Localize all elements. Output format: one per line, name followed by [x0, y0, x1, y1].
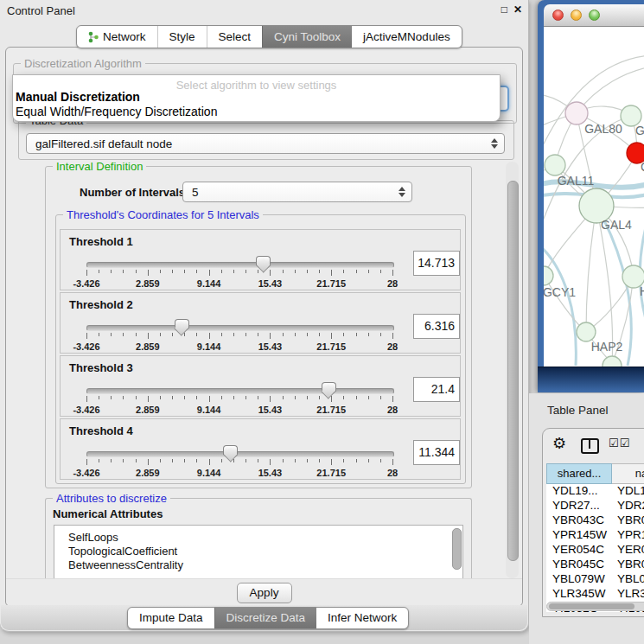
- attributes-list: SelfLoopsTopologicalCoefficientBetweenne…: [54, 525, 463, 578]
- threshold-value-field[interactable]: 21.4: [413, 377, 460, 402]
- threshold-slider[interactable]: -3.4262.8599.14415.4321.71528: [86, 317, 392, 354]
- network-node[interactable]: [544, 266, 553, 285]
- slider-tick: [307, 459, 308, 462]
- cell-shared-name[interactable]: YPR145W: [546, 528, 612, 543]
- split-columns-icon[interactable]: [581, 438, 599, 454]
- tab-select[interactable]: Select: [207, 26, 263, 48]
- scrollbar-thumb[interactable]: [549, 603, 634, 609]
- zoom-traffic-light-icon[interactable]: [589, 10, 600, 21]
- bottom-tab-impute-data[interactable]: Impute Data: [128, 608, 214, 628]
- apply-button[interactable]: Apply: [237, 583, 292, 603]
- cell-name[interactable]: YDR27...: [612, 499, 644, 513]
- cell-name[interactable]: YBR043...: [612, 513, 644, 528]
- slider-tick-label: 28: [387, 278, 398, 289]
- attributes-group: Attributes to discretize Numerical Attri…: [45, 498, 472, 578]
- table-row[interactable]: YER054CYER054...: [546, 543, 644, 558]
- column-header-shared-name[interactable]: shared...: [546, 463, 612, 484]
- tab-jactivemnodules[interactable]: jActiveMNodules: [352, 26, 462, 48]
- threshold-slider[interactable]: -3.4262.8599.14415.4321.71528: [86, 254, 392, 290]
- table-row[interactable]: YDL19...YDL19...: [546, 484, 644, 499]
- slider-tick: [245, 333, 246, 336]
- threshold-value-field[interactable]: 14.713: [413, 251, 460, 276]
- column-header-name[interactable]: name: [612, 463, 644, 484]
- cell-shared-name[interactable]: YLR345W: [546, 587, 612, 602]
- close-traffic-light-icon[interactable]: [552, 10, 564, 21]
- tab-style[interactable]: Style: [157, 26, 207, 48]
- slider-track[interactable]: [86, 262, 394, 268]
- slider-tick: [111, 459, 112, 462]
- network-edge: [544, 55, 644, 155]
- scrollbar-thumb[interactable]: [507, 181, 519, 561]
- slider-track[interactable]: [86, 388, 394, 394]
- dropdown-option-equal-width[interactable]: Equal Width/Frequency Discretization: [16, 105, 217, 118]
- network-window-titlebar[interactable]: [544, 4, 644, 27]
- slider-tick: [331, 333, 332, 339]
- table-horizontal-scrollbar[interactable]: [546, 602, 644, 611]
- network-node[interactable]: [545, 155, 565, 175]
- cell-shared-name[interactable]: YDL19...: [546, 484, 612, 499]
- slider-thumb[interactable]: [223, 445, 238, 455]
- cell-name[interactable]: YER054...: [612, 543, 644, 558]
- table-panel-box: ⚙ ☑☑ shared... name YDL19...YDL19...YDR2…: [542, 428, 644, 617]
- table-row[interactable]: YBR043CYBR043...: [546, 513, 644, 528]
- network-node[interactable]: [577, 322, 596, 341]
- table-row[interactable]: YBR045CYBR045...: [546, 558, 644, 572]
- table-row[interactable]: YBL079WYBL079...: [546, 572, 644, 587]
- thresholds-group: Threshold's Coordinates for 5 Intervals …: [55, 214, 466, 484]
- cell-shared-name[interactable]: YBR045C: [546, 558, 612, 572]
- network-canvas[interactable]: GAL80GACGAL11GAL4GCY1HHAP2: [544, 27, 644, 367]
- dropdown-option-manual[interactable]: Manual Discretization: [16, 90, 140, 104]
- num-intervals-combobox[interactable]: 5: [182, 182, 412, 202]
- cell-name[interactable]: YBL079...: [612, 572, 644, 587]
- threshold-slider[interactable]: -3.4262.8599.14415.4321.71528: [86, 380, 392, 417]
- attribute-list-item[interactable]: SelfLoops: [54, 531, 462, 545]
- slider-tick: [160, 396, 161, 399]
- slider-tick: [331, 459, 332, 465]
- table-row[interactable]: YLR345WYLR345...: [546, 587, 644, 602]
- float-window-icon[interactable]: □: [501, 3, 507, 16]
- cell-name[interactable]: YBR045...: [612, 558, 644, 572]
- tab-cyni-toolbox[interactable]: Cyni Toolbox: [262, 26, 352, 48]
- slider-tick: [123, 333, 124, 336]
- cell-name[interactable]: YLR345...: [612, 587, 644, 602]
- slider-thumb[interactable]: [175, 319, 189, 328]
- slider-tick: [319, 270, 320, 273]
- cell-shared-name[interactable]: YBL079W: [546, 572, 612, 587]
- slider-tick: [148, 333, 149, 339]
- slider-tick: [221, 270, 222, 273]
- slider-tick: [283, 396, 284, 399]
- threshold-slider[interactable]: -3.4262.8599.14415.4321.71528: [86, 443, 392, 480]
- slider-track[interactable]: [86, 325, 394, 331]
- panel-vertical-scrollbar[interactable]: [506, 162, 519, 578]
- slider-tick: [307, 270, 308, 273]
- tab-network[interactable]: Network: [77, 26, 157, 48]
- select-columns-icon[interactable]: ☑☑: [609, 437, 630, 450]
- table-data-combobox[interactable]: galFiltered.sif default node: [26, 133, 505, 154]
- slider-track[interactable]: [86, 451, 394, 457]
- network-node[interactable]: [603, 356, 622, 367]
- slider-tick: [209, 396, 210, 402]
- cell-shared-name[interactable]: YDR27...: [546, 499, 612, 513]
- table-row[interactable]: YDR27...YDR27...: [546, 499, 644, 513]
- bottom-tab-infer-network[interactable]: Infer Network: [316, 608, 408, 628]
- minimize-traffic-light-icon[interactable]: [571, 10, 582, 21]
- cell-name[interactable]: YDL19...: [612, 484, 644, 499]
- close-icon[interactable]: ✕: [513, 3, 522, 16]
- bottom-tab-discretize-data[interactable]: Discretize Data: [214, 608, 317, 628]
- slider-tick: [184, 396, 185, 399]
- gear-icon[interactable]: ⚙: [552, 434, 566, 453]
- slider-tick: [356, 333, 357, 336]
- threshold-value-field[interactable]: 6.316: [413, 314, 460, 339]
- slider-tick: [270, 333, 271, 339]
- slider-tick: [233, 459, 234, 462]
- cell-shared-name[interactable]: YER054C: [546, 543, 612, 558]
- table-row[interactable]: YPR145WYPR145...: [546, 528, 644, 543]
- attribute-list-item[interactable]: BetweennessCentrality: [54, 558, 462, 572]
- threshold-value-field[interactable]: 11.344: [413, 440, 460, 465]
- slider-thumb[interactable]: [256, 256, 271, 265]
- attribute-list-item[interactable]: TopologicalCoefficient: [54, 545, 462, 558]
- attributes-list-scrollbar[interactable]: [451, 527, 461, 578]
- slider-thumb[interactable]: [322, 382, 336, 392]
- cell-shared-name[interactable]: YBR043C: [546, 513, 612, 528]
- cell-name[interactable]: YPR145...: [612, 528, 644, 543]
